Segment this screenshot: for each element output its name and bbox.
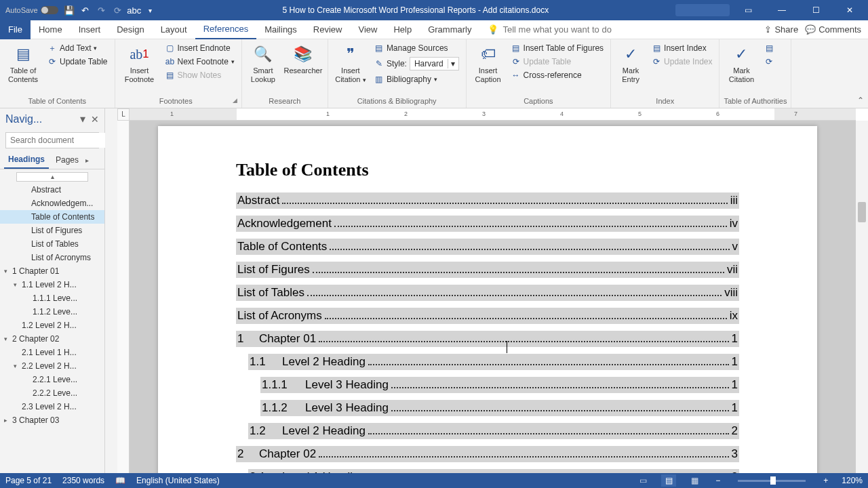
tree-twisty-icon[interactable]: ▾ — [14, 281, 22, 288]
spellcheck-icon[interactable]: abc — [129, 5, 140, 16]
citation-style-combo[interactable]: ✎ Style: Harvard▾ — [372, 56, 462, 72]
vertical-ruler[interactable] — [117, 121, 130, 473]
mark-citation-button[interactable]: ✓ Mark Citation — [724, 42, 759, 85]
update-table-button[interactable]: ⟳Update Table — [45, 56, 111, 68]
nav-close-button[interactable]: ✕ — [91, 114, 99, 125]
toc-entry[interactable]: 1.1.1Level 3 Heading1 — [260, 377, 739, 393]
nav-tab-pages[interactable]: Pages — [52, 152, 83, 168]
toc-entry[interactable]: 1.1Level 2 Heading1 — [248, 354, 739, 370]
nav-tree-item[interactable]: 2.1 Level 1 H... — [0, 346, 104, 359]
tab-home[interactable]: Home — [31, 20, 71, 39]
tree-twisty-icon[interactable]: ▾ — [4, 268, 12, 274]
sync-icon[interactable]: ⟳ — [113, 5, 123, 16]
tab-grammarly[interactable]: Grammarly — [420, 20, 479, 39]
nav-tree-item[interactable]: 2.2.2 Leve... — [0, 386, 104, 400]
insert-endnote-button[interactable]: ▢Insert Endnote — [163, 42, 237, 54]
cross-reference-button[interactable]: ↔Cross-reference — [509, 69, 607, 81]
view-read-mode-icon[interactable]: ▭ — [635, 474, 650, 487]
zoom-level[interactable]: 120% — [842, 476, 863, 485]
nav-tree-item[interactable]: 2.2.1 Leve... — [0, 373, 104, 386]
nav-tree-item[interactable]: Table of Contents — [0, 210, 104, 224]
toc-entry[interactable]: List of Figuresvii — [236, 262, 739, 278]
page[interactable]: Table of Contents AbstractiiiAcknowledge… — [158, 126, 817, 473]
nav-tree-item[interactable]: 2.3 Level 2 H... — [0, 400, 104, 413]
nav-jumpbar[interactable]: ▴ — [16, 172, 88, 182]
nav-dropdown-icon[interactable]: ▾ — [80, 113, 85, 125]
nav-tree-item[interactable]: ▾1 Chapter 01 — [0, 264, 104, 278]
zoom-out-button[interactable]: − — [713, 476, 723, 485]
tab-insert[interactable]: Insert — [71, 20, 109, 39]
nav-tree-item[interactable]: Abstract — [0, 183, 104, 197]
tab-review[interactable]: Review — [305, 20, 351, 39]
comments-button[interactable]: 💬Comments — [805, 24, 861, 35]
nav-tree-item[interactable]: List of Figures — [0, 224, 104, 237]
mark-entry-button[interactable]: ✓ Mark Entry — [615, 42, 646, 85]
tab-help[interactable]: Help — [385, 20, 420, 39]
manage-sources-button[interactable]: ▤Manage Sources — [372, 42, 462, 54]
tell-me-input[interactable] — [502, 24, 652, 35]
collapse-ribbon-icon[interactable]: ⌃ — [857, 96, 864, 105]
toc-entry[interactable]: Abstractiii — [236, 192, 739, 209]
close-button[interactable]: ✕ — [834, 0, 865, 20]
nav-search-input[interactable] — [6, 133, 116, 148]
tree-twisty-icon[interactable]: ▾ — [4, 336, 12, 342]
show-notes-button[interactable]: ▤Show Notes — [163, 69, 237, 81]
toc-entry[interactable]: 1.1.2Level 3 Heading1 — [260, 400, 739, 416]
nav-tree-item[interactable]: ▾2.2 Level 2 H... — [0, 359, 104, 373]
update-tof-button[interactable]: ⟳Update Table — [509, 56, 607, 68]
share-button[interactable]: ⇪Share — [764, 24, 798, 35]
next-footnote-button[interactable]: abNext Footnote ▾ — [163, 56, 237, 68]
maximize-button[interactable]: ☐ — [800, 0, 831, 20]
vertical-scrollbar[interactable] — [856, 121, 868, 473]
nav-tree-item[interactable]: ▾2 Chapter 02 — [0, 332, 104, 346]
minimize-button[interactable]: — — [766, 0, 797, 20]
nav-tree-item[interactable]: 1.2 Level 2 H... — [0, 319, 104, 332]
qat-dropdown-icon[interactable]: ▾ — [145, 5, 156, 16]
nav-tree-item[interactable]: 1.1.1 Leve... — [0, 291, 104, 305]
undo-icon[interactable]: ↶ — [80, 5, 91, 16]
insert-citation-button[interactable]: ❞ Insert Citation ▾ — [332, 42, 369, 85]
tab-layout[interactable]: Layout — [153, 20, 195, 39]
status-page[interactable]: Page 5 of 21 — [5, 476, 52, 485]
redo-icon[interactable]: ↷ — [96, 5, 107, 16]
scrollbar-thumb[interactable] — [858, 202, 866, 222]
bibliography-button[interactable]: ▥Bibliography ▾ — [372, 73, 462, 85]
user-badge[interactable] — [675, 4, 730, 16]
dialog-launcher-icon[interactable]: ◢ — [233, 97, 237, 104]
view-web-layout-icon[interactable]: ▦ — [687, 474, 702, 487]
ribbon-display-icon[interactable]: ▭ — [732, 0, 764, 20]
nav-tree-item[interactable]: ▸3 Chapter 03 — [0, 413, 104, 427]
tell-me-search[interactable]: 💡 — [479, 24, 764, 35]
status-words[interactable]: 2350 words — [62, 476, 104, 485]
insert-footnote-button[interactable]: ab1 Insert Footnote — [119, 42, 160, 85]
insert-caption-button[interactable]: 🏷 Insert Caption — [471, 42, 506, 85]
insert-toa-button[interactable]: ▤ — [762, 42, 776, 54]
nav-tree-item[interactable]: List of Tables — [0, 237, 104, 251]
tree-twisty-icon[interactable]: ▸ — [4, 417, 12, 424]
save-icon[interactable]: 💾 — [64, 5, 75, 16]
tree-twisty-icon[interactable]: ▾ — [14, 363, 22, 369]
tab-design[interactable]: Design — [108, 20, 152, 39]
insert-tof-button[interactable]: ▤Insert Table of Figures — [509, 42, 607, 54]
tab-references[interactable]: References — [195, 20, 256, 39]
toc-entry[interactable]: Table of Contentsv — [236, 239, 739, 255]
update-toa-button[interactable]: ⟳ — [762, 56, 776, 68]
nav-tab-headings[interactable]: Headings — [4, 151, 49, 169]
add-text-button[interactable]: ＋Add Text ▾ — [45, 42, 111, 54]
smart-lookup-button[interactable]: 🔍 Smart Lookup — [246, 42, 280, 85]
table-of-contents-button[interactable]: ▤ Table of Contents — [4, 42, 42, 85]
toc-entry[interactable]: 2Chapter 023 — [236, 446, 739, 462]
nav-tree-item[interactable]: ▾1.1 Level 2 H... — [0, 278, 104, 291]
tab-mailings[interactable]: Mailings — [256, 20, 305, 39]
zoom-handle[interactable] — [770, 476, 776, 485]
update-index-button[interactable]: ⟳Update Index — [649, 56, 715, 68]
chevron-down-icon[interactable]: ▾ — [448, 59, 458, 68]
autosave-toggle[interactable]: AutoSave — [5, 6, 58, 14]
toc-entry[interactable]: List of Tablesviii — [236, 285, 739, 301]
nav-tree-item[interactable]: 1.1.2 Leve... — [0, 305, 104, 319]
tab-view[interactable]: View — [350, 20, 385, 39]
status-language[interactable]: English (United States) — [136, 476, 220, 485]
toc-entry[interactable]: 1.2Level 2 Heading2 — [248, 423, 739, 439]
toc-entry[interactable]: List of Acronymsix — [236, 308, 739, 324]
nav-search[interactable]: 🔍 ▾ — [5, 132, 99, 148]
